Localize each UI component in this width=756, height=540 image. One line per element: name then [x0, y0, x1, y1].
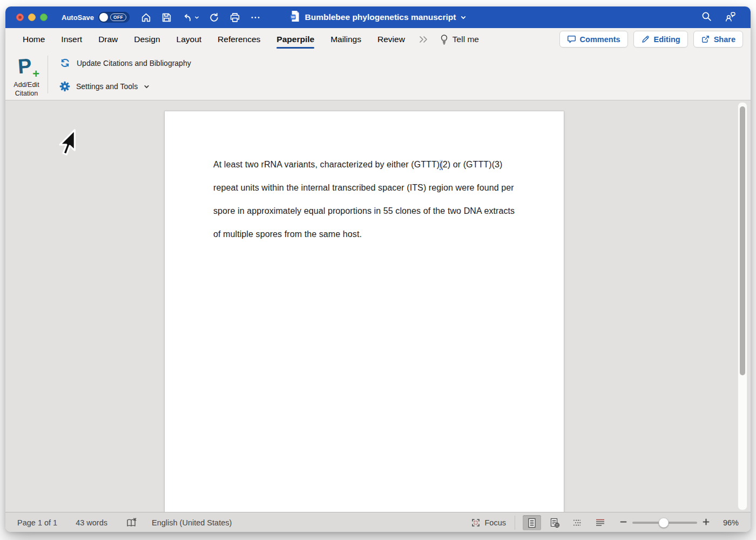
paragraph-line: spore in approximately equal proportions… — [213, 206, 515, 216]
autosave-toggle[interactable]: OFF — [98, 12, 130, 23]
comments-label: Comments — [580, 35, 620, 44]
title-bar: AutoSave OFF — [5, 6, 751, 28]
scrollbar-thumb[interactable] — [740, 106, 745, 375]
comments-button[interactable]: Comments — [559, 31, 628, 48]
word-document-icon: W — [290, 10, 301, 24]
tab-home[interactable]: Home — [23, 28, 45, 50]
save-icon[interactable] — [161, 12, 172, 23]
focus-icon — [471, 518, 481, 528]
zoom-in-button[interactable] — [703, 518, 710, 527]
tab-layout[interactable]: Layout — [177, 28, 202, 50]
minimize-button[interactable] — [28, 14, 36, 21]
web-layout-view-button[interactable] — [545, 515, 564, 530]
svg-text:W: W — [291, 15, 295, 19]
document-canvas[interactable]: At least two rRNA variants, characterize… — [5, 100, 751, 512]
zoom-out-button[interactable] — [620, 518, 627, 527]
home-icon[interactable] — [140, 12, 152, 23]
presence-people-icon[interactable] — [724, 11, 737, 24]
pencil-icon — [641, 35, 650, 44]
ribbon-tab-bar: Home Insert Draw Design Layout Reference… — [5, 28, 751, 50]
tab-references[interactable]: References — [218, 28, 260, 50]
outline-view-button[interactable] — [568, 515, 586, 530]
document-title-group[interactable]: W Bumblebee phylogenetics manuscript — [290, 10, 467, 24]
redo-icon[interactable] — [208, 12, 220, 23]
focus-label: Focus — [485, 518, 507, 527]
tab-design[interactable]: Design — [134, 28, 160, 50]
add-edit-citation-button[interactable]: P + Add/Edit Citation — [5, 50, 48, 100]
comment-icon — [567, 35, 576, 44]
title-dropdown-chevron-icon — [460, 15, 466, 21]
document-page[interactable]: At least two rRNA variants, characterize… — [165, 111, 564, 512]
autosave-label: AutoSave — [62, 14, 94, 22]
traffic-lights — [16, 14, 48, 21]
share-icon — [701, 35, 710, 44]
zoom-window-button[interactable] — [40, 14, 48, 21]
tab-mailings[interactable]: Mailings — [330, 28, 361, 50]
settings-dropdown-chevron-icon — [144, 84, 150, 90]
word-count[interactable]: 43 words — [76, 518, 107, 527]
word-window: AutoSave OFF — [5, 6, 751, 532]
update-citations-label: Update Citations and Bibliography — [77, 59, 191, 68]
statusbar-divider — [515, 516, 515, 530]
more-tabs-chevron-icon[interactable] — [418, 36, 429, 43]
more-commands-icon[interactable] — [250, 12, 261, 23]
paragraph-line: repeat units within the internal transcr… — [213, 183, 514, 193]
ribbon-paperpile: P + Add/Edit Citation Update Citations a… — [5, 50, 751, 100]
add-edit-citation-label: Add/Edit Citation — [14, 81, 39, 98]
autosave-state-label: OFF — [110, 14, 126, 21]
zoom-slider[interactable] — [632, 522, 697, 524]
language-indicator[interactable]: English (United States) — [152, 518, 232, 527]
settings-and-tools-button[interactable]: Settings and Tools — [59, 81, 191, 92]
autosave-control: AutoSave OFF — [62, 12, 130, 23]
tab-draw[interactable]: Draw — [98, 28, 118, 50]
zoom-slider-thumb[interactable] — [658, 518, 669, 528]
tell-me-label: Tell me — [453, 35, 479, 44]
paperpile-logo-icon: P + — [15, 55, 38, 79]
tell-me-button[interactable]: Tell me — [440, 34, 479, 45]
lightbulb-icon — [440, 34, 449, 45]
refresh-icon — [59, 57, 71, 69]
page-indicator[interactable]: Page 1 of 1 — [17, 518, 57, 527]
draft-view-button[interactable] — [591, 515, 609, 530]
undo-dropdown-chevron-icon — [194, 15, 199, 20]
autosave-toggle-knob — [99, 13, 108, 22]
tab-insert[interactable]: Insert — [61, 28, 82, 50]
paragraph-line: At least two rRNA variants, characterize… — [213, 160, 503, 170]
share-label: Share — [714, 35, 735, 44]
vertical-scrollbar[interactable] — [738, 102, 747, 510]
mouse-cursor-arrow — [56, 129, 78, 159]
editing-button[interactable]: Editing — [633, 31, 688, 48]
focus-button[interactable]: Focus — [471, 518, 507, 528]
gear-icon — [59, 81, 70, 92]
undo-button[interactable] — [181, 12, 199, 23]
status-bar: Page 1 of 1 43 words English (United Sta… — [5, 512, 751, 532]
close-button[interactable] — [16, 14, 24, 21]
editing-label: Editing — [654, 35, 680, 44]
search-icon[interactable] — [701, 11, 712, 24]
tab-review[interactable]: Review — [377, 28, 405, 50]
zoom-percentage[interactable]: 96% — [715, 518, 739, 527]
paragraph-line: of multiple spores from the same host. — [213, 230, 362, 239]
print-layout-view-button[interactable] — [523, 515, 541, 530]
tab-paperpile[interactable]: Paperpile — [276, 28, 314, 50]
share-button[interactable]: Share — [693, 31, 743, 48]
proofing-status-icon[interactable] — [126, 517, 138, 528]
document-title: Bumblebee phylogenetics manuscript — [305, 12, 456, 22]
update-citations-button[interactable]: Update Citations and Bibliography — [59, 57, 191, 69]
print-icon[interactable] — [229, 12, 241, 23]
settings-and-tools-label: Settings and Tools — [76, 82, 138, 91]
